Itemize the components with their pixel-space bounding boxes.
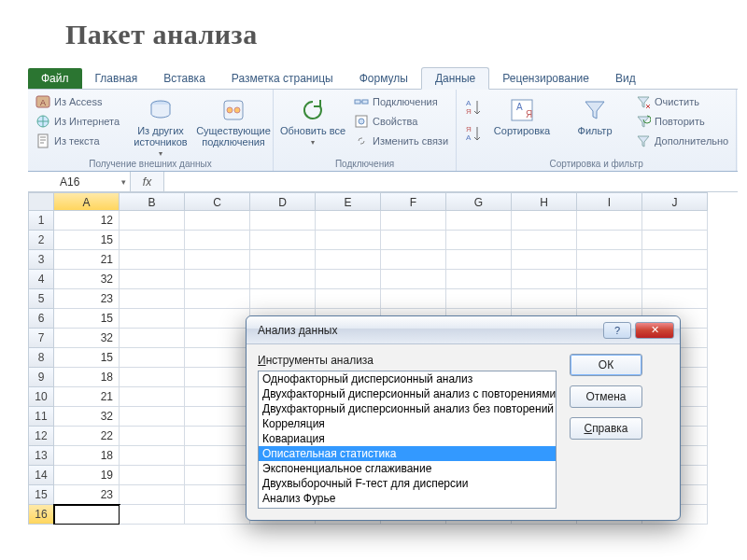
dialog-close-button[interactable]: ✕ [635, 322, 674, 339]
sort-az-icon[interactable]: АЯ [462, 97, 483, 118]
cell[interactable] [120, 368, 185, 387]
cell[interactable] [446, 211, 512, 231]
cell[interactable]: 12 [54, 211, 120, 231]
row-header[interactable]: 8 [28, 348, 54, 368]
cell[interactable] [316, 211, 381, 231]
column-header[interactable]: J [642, 192, 708, 211]
cell[interactable] [120, 211, 185, 231]
ok-button[interactable]: ОК [570, 354, 642, 376]
cell[interactable] [250, 211, 316, 231]
reapply-button[interactable]: Повторить [634, 113, 730, 130]
cell[interactable] [512, 250, 577, 270]
cell[interactable] [185, 466, 250, 485]
cell[interactable] [577, 270, 642, 289]
from-web-button[interactable]: Из Интернета [34, 113, 121, 130]
cell[interactable] [185, 289, 250, 309]
cell[interactable] [120, 309, 185, 329]
cell[interactable] [577, 289, 642, 309]
dialog-titlebar[interactable]: Анализ данных ? ✕ [247, 316, 680, 344]
cell[interactable]: 21 [54, 250, 120, 270]
cell[interactable]: 18 [54, 446, 120, 466]
cell[interactable] [120, 270, 185, 289]
list-item[interactable]: Однофакторный дисперсионный анализ [259, 371, 556, 386]
analysis-tools-listbox[interactable]: Однофакторный дисперсионный анализДвухфа… [258, 371, 557, 509]
list-item[interactable]: Гистограмма [259, 506, 556, 509]
cell[interactable]: 23 [54, 289, 120, 309]
cell[interactable] [120, 231, 185, 250]
cell[interactable] [642, 250, 708, 270]
cell[interactable]: 32 [54, 407, 120, 427]
cell[interactable] [446, 289, 512, 309]
cell[interactable] [185, 368, 250, 387]
column-header[interactable]: C [185, 192, 250, 211]
cell[interactable] [185, 427, 250, 446]
cell[interactable] [185, 211, 250, 231]
cell[interactable] [185, 309, 250, 329]
cell[interactable] [642, 231, 708, 250]
tab-view[interactable]: Вид [602, 68, 649, 89]
row-header[interactable]: 2 [28, 231, 54, 250]
list-item[interactable]: Двухфакторный дисперсионный анализ с пов… [259, 386, 556, 401]
cell[interactable] [185, 231, 250, 250]
cell[interactable] [120, 466, 185, 485]
from-other-sources-button[interactable]: Из других источников ▾ [127, 93, 194, 158]
column-header[interactable]: B [120, 192, 185, 211]
cell[interactable] [120, 427, 185, 446]
cell[interactable]: 22 [54, 427, 120, 446]
list-item[interactable]: Ковариация [259, 431, 556, 446]
row-header[interactable]: 1 [28, 211, 54, 231]
cell[interactable] [54, 505, 120, 525]
cell[interactable] [120, 348, 185, 368]
cell[interactable] [577, 211, 642, 231]
existing-connections-button[interactable]: Существующие подключения [200, 93, 267, 147]
list-item[interactable]: Описательная статистика [259, 446, 556, 461]
row-header[interactable]: 14 [28, 466, 54, 485]
cell[interactable] [185, 485, 250, 505]
cell[interactable] [512, 211, 577, 231]
properties-button[interactable]: Свойства [352, 113, 450, 130]
clear-filter-button[interactable]: Очистить [634, 93, 730, 110]
cell[interactable]: 15 [54, 348, 120, 368]
cell[interactable] [642, 211, 708, 231]
column-header[interactable]: E [316, 192, 381, 211]
list-item[interactable]: Двухвыборочный F-тест для дисперсии [259, 476, 556, 491]
cell[interactable] [381, 231, 446, 250]
list-item[interactable]: Анализ Фурье [259, 491, 556, 506]
cell[interactable] [250, 270, 316, 289]
row-header[interactable]: 9 [28, 368, 54, 387]
cell[interactable] [185, 329, 250, 348]
cancel-button[interactable]: Отмена [570, 385, 642, 408]
cell[interactable] [185, 250, 250, 270]
cell[interactable]: 15 [54, 231, 120, 250]
cell[interactable] [120, 446, 185, 466]
row-header[interactable]: 15 [28, 485, 54, 505]
cell[interactable] [185, 270, 250, 289]
fx-icon[interactable]: fx [131, 172, 164, 191]
cell[interactable] [577, 250, 642, 270]
cell[interactable] [316, 289, 381, 309]
cell[interactable]: 32 [54, 329, 120, 348]
tab-home[interactable]: Главная [82, 68, 151, 89]
tab-review[interactable]: Рецензирование [489, 68, 602, 89]
cell[interactable] [185, 387, 250, 407]
cell[interactable] [381, 211, 446, 231]
refresh-all-button[interactable]: Обновить все ▾ [279, 93, 346, 147]
tab-page-layout[interactable]: Разметка страницы [218, 68, 346, 89]
cell[interactable] [120, 250, 185, 270]
list-item[interactable]: Двухфакторный дисперсионный анализ без п… [259, 401, 556, 416]
column-header[interactable]: H [512, 192, 577, 211]
cell[interactable] [316, 250, 381, 270]
cell[interactable] [120, 387, 185, 407]
edit-links-button[interactable]: Изменить связи [352, 133, 450, 149]
cell[interactable] [120, 289, 185, 309]
cell[interactable] [250, 250, 316, 270]
cell[interactable] [642, 270, 708, 289]
cell[interactable] [316, 231, 381, 250]
cell[interactable] [250, 289, 316, 309]
sort-za-icon[interactable]: ЯА [462, 123, 483, 144]
row-header[interactable]: 6 [28, 309, 54, 329]
cell[interactable] [185, 407, 250, 427]
cell[interactable] [446, 270, 512, 289]
cell[interactable] [120, 485, 185, 505]
cell[interactable] [185, 348, 250, 368]
